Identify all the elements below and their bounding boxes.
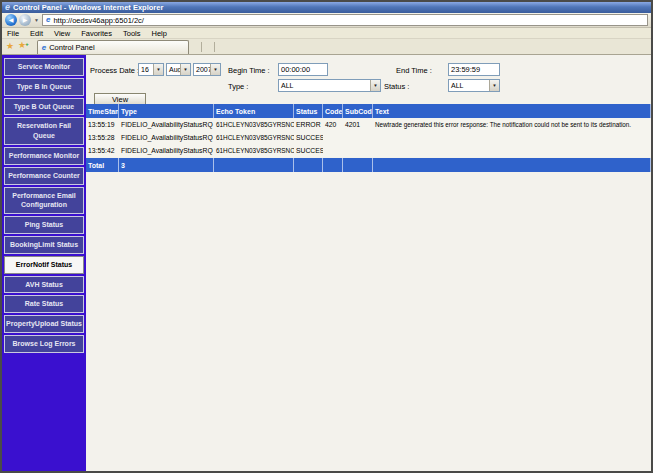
address-bar: ◀ ▶ ▼ e http://oedsv46app:6501/2c/	[2, 13, 651, 28]
chevron-down-icon: ▼	[489, 80, 499, 91]
back-arrow-icon: ◀	[9, 17, 14, 23]
table-row: 13:55:19 FIDELIO_AvailabilityStatusRQ 61…	[86, 118, 651, 131]
favorites-star-icon[interactable]: ★	[6, 42, 14, 51]
end-time-input[interactable]: 23:59:59	[448, 63, 500, 76]
sidebar-item-avh-status[interactable]: AVH Status	[4, 276, 84, 294]
tab-favicon-icon: e	[42, 44, 46, 52]
chevron-down-icon: ▼	[210, 64, 220, 75]
results-table: TimeStamp Type Echo Token Status Code Su…	[86, 104, 651, 172]
begin-time-input[interactable]: 00:00:00	[278, 63, 328, 76]
menu-favorites[interactable]: Favorites	[81, 29, 112, 38]
menu-bar: File Edit View Favorites Tools Help	[2, 28, 651, 39]
type-label: Type :	[228, 82, 248, 91]
back-button[interactable]: ◀	[5, 14, 17, 26]
end-time-label: End Time :	[396, 66, 432, 75]
sidebar-item-ping-status[interactable]: Ping Status	[4, 216, 84, 234]
chevron-down-icon: ▼	[180, 64, 190, 75]
sidebar-item-performance-email-configuration[interactable]: Performance Email Configuration	[4, 187, 84, 215]
forward-arrow-icon: ▶	[23, 17, 28, 23]
page-favicon-icon: e	[46, 16, 50, 24]
browser-window: e Control Panel - Windows Internet Explo…	[0, 0, 653, 473]
table-header-row: TimeStamp Type Echo Token Status Code Su…	[86, 104, 651, 118]
year-select[interactable]: 2007 ▼	[193, 63, 221, 76]
process-date-label: Process Date :	[90, 66, 139, 75]
address-input[interactable]: e http://oedsv46app:6501/2c/	[42, 14, 648, 26]
sidebar-item-performance-counter[interactable]: Performance Counter	[4, 167, 84, 185]
menu-view[interactable]: View	[54, 29, 70, 38]
main-panel: Process Date : 16 ▼ Aug ▼ 2007 ▼ Begin T…	[86, 55, 651, 471]
sidebar-nav: Service Monitor Type B In Queue Type B O…	[2, 55, 86, 471]
forward-button[interactable]: ▶	[19, 14, 31, 26]
sidebar-item-performance-monitor[interactable]: Performance Monitor	[4, 147, 84, 165]
total-count: 3	[119, 158, 214, 172]
header-code: Code	[323, 104, 343, 118]
table-total-row: Total 3	[86, 158, 651, 172]
new-tab-separator	[214, 42, 215, 52]
table-row: 13:55:28 FIDELIO_AvailabilityStatusRQ 61…	[86, 131, 651, 144]
tab-bar: ★ ★+ e Control Panel	[2, 39, 651, 55]
status-select[interactable]: ALL ▼	[448, 79, 500, 92]
sidebar-item-service-monitor[interactable]: Service Monitor	[4, 58, 84, 76]
status-label: Status :	[384, 82, 409, 91]
header-status: Status	[294, 104, 323, 118]
month-select[interactable]: Aug ▼	[166, 63, 191, 76]
header-timestamp: TimeStamp	[86, 104, 119, 118]
add-favorite-icon[interactable]: ★+	[18, 41, 30, 51]
sidebar-item-type-b-out-queue[interactable]: Type B Out Queue	[4, 98, 84, 116]
menu-file[interactable]: File	[7, 29, 19, 38]
header-type: Type	[119, 104, 214, 118]
header-subcode: SubCode	[343, 104, 373, 118]
tab-separator	[201, 42, 202, 52]
chevron-down-icon: ▼	[153, 64, 163, 75]
sidebar-item-reservation-fail-queue[interactable]: Reservation Fail Queue	[4, 117, 84, 145]
menu-edit[interactable]: Edit	[30, 29, 43, 38]
window-title: Control Panel - Windows Internet Explore…	[13, 3, 163, 12]
history-dropdown-icon[interactable]: ▼	[33, 17, 40, 23]
menu-help[interactable]: Help	[152, 29, 167, 38]
menu-tools[interactable]: Tools	[123, 29, 141, 38]
day-select[interactable]: 16 ▼	[138, 63, 164, 76]
total-label: Total	[86, 158, 119, 172]
sidebar-item-type-b-in-queue[interactable]: Type B In Queue	[4, 78, 84, 96]
sidebar-item-propertyupload-status[interactable]: PropertyUpload Status	[4, 315, 84, 333]
tab-label: Control Panel	[49, 43, 94, 52]
page-content: Service Monitor Type B In Queue Type B O…	[2, 55, 651, 471]
title-bar: e Control Panel - Windows Internet Explo…	[2, 2, 651, 13]
url-text: http://oedsv46app:6501/2c/	[53, 16, 144, 25]
type-select[interactable]: ALL ▼	[278, 79, 381, 92]
tab-control-panel[interactable]: e Control Panel	[37, 40, 189, 54]
header-echo-token: Echo Token	[214, 104, 294, 118]
sidebar-item-browse-log-errors[interactable]: Browse Log Errors	[4, 335, 84, 353]
sidebar-item-errornotif-status[interactable]: ErrorNotif Status	[4, 256, 84, 274]
header-text: Text	[373, 104, 651, 118]
sidebar-item-rate-status[interactable]: Rate Status	[4, 295, 84, 313]
sidebar-item-bookinglimit-status[interactable]: BookingLimit Status	[4, 236, 84, 254]
chevron-down-icon: ▼	[370, 80, 380, 91]
begin-time-label: Begin Time :	[228, 66, 270, 75]
ie-logo-icon: e	[5, 3, 10, 12]
table-row: 13:55:42 FIDELIO_AvailabilityStatusRQ 61…	[86, 144, 651, 157]
